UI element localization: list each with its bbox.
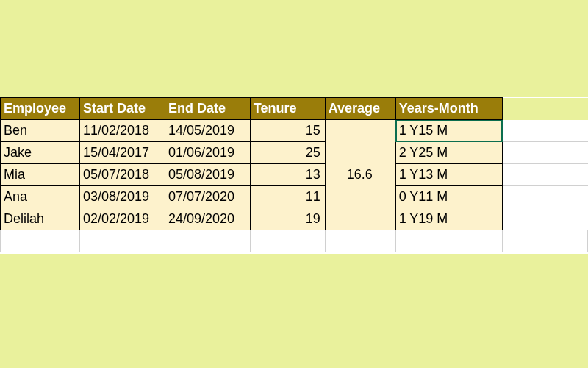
cell-years-month[interactable]: 1 Y13 M [395,164,503,186]
background-band-top [0,0,588,97]
table-row: Ben 11/02/2018 14/05/2019 15 16.6 1 Y15 … [1,120,588,142]
table-row: Jake 15/04/2017 01/06/2019 25 2 Y25 M [1,142,588,164]
empty-row [1,230,588,252]
cell-end-date[interactable]: 01/06/2019 [165,142,250,164]
cell-blank[interactable] [165,230,250,252]
cell-end-date[interactable]: 14/05/2019 [165,120,250,142]
tenure-table[interactable]: Employee Start Date End Date Tenure Aver… [0,97,588,252]
spreadsheet-canvas: Employee Start Date End Date Tenure Aver… [0,0,588,368]
col-header-years-month[interactable]: Years-Month [395,98,503,120]
col-header-tenure[interactable]: Tenure [250,98,325,120]
col-header-average[interactable]: Average [325,98,395,120]
cell-blank[interactable] [503,186,588,208]
cell-start-date[interactable]: 05/07/2018 [79,164,165,186]
cell-employee[interactable]: Ben [1,120,80,142]
cell-average-merged[interactable]: 16.6 [325,120,395,230]
cell-tenure[interactable]: 13 [250,164,325,186]
cell-tenure[interactable]: 15 [250,120,325,142]
cell-blank[interactable] [250,230,325,252]
table-region: Employee Start Date End Date Tenure Aver… [0,97,588,252]
cell-employee[interactable]: Mia [1,164,80,186]
cell-start-date[interactable]: 02/02/2019 [79,208,165,230]
table-row: Mia 05/07/2018 05/08/2019 13 1 Y13 M [1,164,588,186]
cell-employee[interactable]: Ana [1,186,80,208]
cell-end-date[interactable]: 05/08/2019 [165,164,250,186]
cell-blank[interactable] [503,120,588,142]
background-band-bottom [0,254,588,368]
cell-start-date[interactable]: 11/02/2018 [79,120,165,142]
cell-years-month[interactable]: 0 Y11 M [395,186,503,208]
cell-tenure[interactable]: 11 [250,186,325,208]
col-header-blank [503,98,588,120]
cell-employee[interactable]: Delilah [1,208,80,230]
cell-blank[interactable] [503,142,588,164]
cell-tenure[interactable]: 25 [250,142,325,164]
col-header-end-date[interactable]: End Date [165,98,250,120]
cell-blank[interactable] [503,208,588,230]
cell-blank[interactable] [503,164,588,186]
table-row: Delilah 02/02/2019 24/09/2020 19 1 Y19 M [1,208,588,230]
cell-tenure[interactable]: 19 [250,208,325,230]
cell-years-month[interactable]: 2 Y25 M [395,142,503,164]
cell-end-date[interactable]: 07/07/2020 [165,186,250,208]
cell-end-date[interactable]: 24/09/2020 [165,208,250,230]
cell-employee[interactable]: Jake [1,142,80,164]
cell-start-date[interactable]: 03/08/2019 [79,186,165,208]
cell-years-month[interactable]: 1 Y15 M [395,120,503,142]
cell-blank[interactable] [503,230,588,252]
header-row: Employee Start Date End Date Tenure Aver… [1,98,588,120]
cell-blank[interactable] [395,230,503,252]
col-header-start-date[interactable]: Start Date [79,98,165,120]
cell-years-month[interactable]: 1 Y19 M [395,208,503,230]
cell-start-date[interactable]: 15/04/2017 [79,142,165,164]
cell-blank[interactable] [79,230,165,252]
cell-blank[interactable] [325,230,395,252]
cell-blank[interactable] [1,230,80,252]
table-row: Ana 03/08/2019 07/07/2020 11 0 Y11 M [1,186,588,208]
col-header-employee[interactable]: Employee [1,98,80,120]
